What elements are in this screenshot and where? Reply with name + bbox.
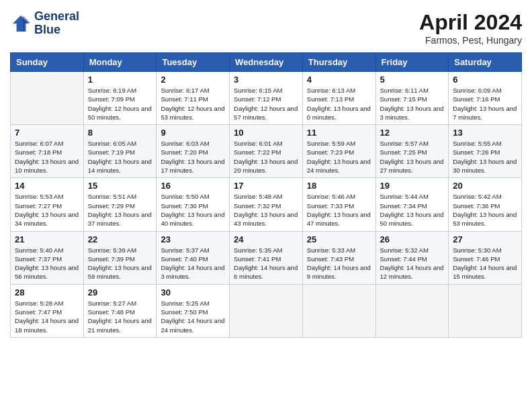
day-number: 25	[307, 234, 371, 244]
svg-marker-0	[13, 15, 29, 32]
day-info: Sunrise: 5:33 AMSunset: 7:43 PMDaylight:…	[307, 246, 371, 281]
calendar-subtitle: Farmos, Pest, Hungary	[419, 35, 522, 46]
logo-icon	[10, 13, 32, 34]
week-row: 28Sunrise: 5:28 AMSunset: 7:47 PMDayligh…	[11, 284, 522, 337]
day-info: Sunrise: 5:53 AMSunset: 7:27 PMDaylight:…	[15, 192, 79, 228]
calendar-cell: 8Sunrise: 6:05 AMSunset: 7:19 PMDaylight…	[83, 125, 157, 178]
header: General Blue April 2024 Farmos, Pest, Hu…	[10, 10, 522, 46]
weekday-header-row: SundayMondayTuesdayWednesdayThursdayFrid…	[11, 53, 522, 72]
weekday-header: Saturday	[449, 53, 522, 72]
day-number: 29	[88, 287, 152, 298]
day-number: 18	[307, 181, 371, 191]
calendar-cell: 17Sunrise: 5:48 AMSunset: 7:32 PMDayligh…	[230, 178, 303, 231]
day-info: Sunrise: 6:11 AMSunset: 7:15 PMDaylight:…	[380, 86, 445, 122]
calendar-cell: 25Sunrise: 5:33 AMSunset: 7:43 PMDayligh…	[302, 231, 375, 284]
day-info: Sunrise: 6:15 AMSunset: 7:12 PMDaylight:…	[234, 86, 298, 122]
calendar-cell: 6Sunrise: 6:09 AMSunset: 7:16 PMDaylight…	[449, 72, 522, 125]
weekday-header: Friday	[375, 53, 449, 72]
day-info: Sunrise: 5:27 AMSunset: 7:48 PMDaylight:…	[88, 299, 152, 334]
calendar-cell: 30Sunrise: 5:25 AMSunset: 7:50 PMDayligh…	[157, 284, 230, 337]
calendar-cell: 2Sunrise: 6:17 AMSunset: 7:11 PMDaylight…	[157, 72, 230, 125]
day-info: Sunrise: 5:42 AMSunset: 7:36 PMDaylight:…	[453, 192, 517, 228]
day-number: 8	[88, 128, 152, 138]
calendar-cell: 19Sunrise: 5:44 AMSunset: 7:34 PMDayligh…	[375, 178, 449, 231]
day-info: Sunrise: 5:32 AMSunset: 7:44 PMDaylight:…	[380, 246, 445, 281]
day-info: Sunrise: 6:05 AMSunset: 7:19 PMDaylight:…	[88, 139, 152, 175]
day-number: 17	[234, 181, 298, 191]
weekday-header: Wednesday	[230, 53, 303, 72]
day-info: Sunrise: 6:03 AMSunset: 7:20 PMDaylight:…	[161, 139, 225, 175]
day-number: 12	[380, 128, 445, 138]
day-number: 19	[380, 181, 445, 191]
day-number: 9	[161, 128, 225, 138]
day-info: Sunrise: 5:25 AMSunset: 7:50 PMDaylight:…	[161, 299, 225, 334]
week-row: 7Sunrise: 6:07 AMSunset: 7:18 PMDaylight…	[11, 125, 522, 178]
calendar-table: SundayMondayTuesdayWednesdayThursdayFrid…	[10, 52, 522, 338]
weekday-header: Thursday	[302, 53, 375, 72]
day-info: Sunrise: 5:37 AMSunset: 7:40 PMDaylight:…	[161, 246, 225, 281]
day-number: 4	[307, 75, 371, 85]
calendar-cell: 16Sunrise: 5:50 AMSunset: 7:30 PMDayligh…	[157, 178, 230, 231]
day-number: 14	[15, 181, 79, 191]
day-number: 21	[15, 234, 79, 244]
day-number: 26	[380, 234, 445, 244]
calendar-cell: 20Sunrise: 5:42 AMSunset: 7:36 PMDayligh…	[449, 178, 522, 231]
day-info: Sunrise: 5:48 AMSunset: 7:32 PMDaylight:…	[234, 192, 298, 228]
day-number: 27	[453, 234, 517, 244]
calendar-cell: 12Sunrise: 5:57 AMSunset: 7:25 PMDayligh…	[375, 125, 449, 178]
calendar-cell: 10Sunrise: 6:01 AMSunset: 7:22 PMDayligh…	[230, 125, 303, 178]
day-info: Sunrise: 5:44 AMSunset: 7:34 PMDaylight:…	[380, 192, 445, 228]
day-number: 20	[453, 181, 517, 191]
calendar-cell	[375, 284, 449, 337]
day-number: 23	[161, 234, 225, 244]
calendar-cell: 26Sunrise: 5:32 AMSunset: 7:44 PMDayligh…	[375, 231, 449, 284]
calendar-cell	[449, 284, 522, 337]
day-number: 6	[453, 75, 517, 85]
week-row: 21Sunrise: 5:40 AMSunset: 7:37 PMDayligh…	[11, 231, 522, 284]
day-number: 5	[380, 75, 445, 85]
title-area: April 2024 Farmos, Pest, Hungary	[419, 10, 522, 46]
day-info: Sunrise: 6:13 AMSunset: 7:13 PMDaylight:…	[307, 86, 371, 122]
calendar-cell: 9Sunrise: 6:03 AMSunset: 7:20 PMDaylight…	[157, 125, 230, 178]
day-number: 22	[88, 234, 152, 244]
logo: General Blue	[10, 10, 79, 37]
calendar-cell: 13Sunrise: 5:55 AMSunset: 7:26 PMDayligh…	[449, 125, 522, 178]
day-info: Sunrise: 6:01 AMSunset: 7:22 PMDaylight:…	[234, 139, 298, 175]
calendar-cell: 29Sunrise: 5:27 AMSunset: 7:48 PMDayligh…	[83, 284, 157, 337]
day-number: 28	[15, 287, 79, 298]
day-number: 13	[453, 128, 517, 138]
calendar-cell: 21Sunrise: 5:40 AMSunset: 7:37 PMDayligh…	[11, 231, 84, 284]
day-info: Sunrise: 6:07 AMSunset: 7:18 PMDaylight:…	[15, 139, 79, 175]
day-info: Sunrise: 5:51 AMSunset: 7:29 PMDaylight:…	[88, 192, 152, 228]
calendar-cell: 27Sunrise: 5:30 AMSunset: 7:46 PMDayligh…	[449, 231, 522, 284]
weekday-header: Sunday	[11, 53, 84, 72]
day-info: Sunrise: 5:55 AMSunset: 7:26 PMDaylight:…	[453, 139, 517, 175]
day-info: Sunrise: 5:46 AMSunset: 7:33 PMDaylight:…	[307, 192, 371, 228]
calendar-cell: 4Sunrise: 6:13 AMSunset: 7:13 PMDaylight…	[302, 72, 375, 125]
calendar-cell: 22Sunrise: 5:39 AMSunset: 7:39 PMDayligh…	[83, 231, 157, 284]
day-number: 11	[307, 128, 371, 138]
day-number: 10	[234, 128, 298, 138]
day-info: Sunrise: 5:57 AMSunset: 7:25 PMDaylight:…	[380, 139, 445, 175]
logo-line1: General	[34, 10, 79, 24]
calendar-cell: 28Sunrise: 5:28 AMSunset: 7:47 PMDayligh…	[11, 284, 84, 337]
day-info: Sunrise: 5:39 AMSunset: 7:39 PMDaylight:…	[88, 246, 152, 281]
weekday-header: Monday	[83, 53, 157, 72]
day-number: 2	[161, 75, 225, 85]
day-number: 16	[161, 181, 225, 191]
calendar-cell	[302, 284, 375, 337]
day-info: Sunrise: 6:09 AMSunset: 7:16 PMDaylight:…	[453, 86, 517, 122]
calendar-cell: 14Sunrise: 5:53 AMSunset: 7:27 PMDayligh…	[11, 178, 84, 231]
day-number: 7	[15, 128, 79, 138]
day-number: 15	[88, 181, 152, 191]
logo-line2: Blue	[34, 24, 79, 37]
calendar-cell	[230, 284, 303, 337]
calendar-cell: 5Sunrise: 6:11 AMSunset: 7:15 PMDaylight…	[375, 72, 449, 125]
day-number: 24	[234, 234, 298, 244]
day-info: Sunrise: 5:50 AMSunset: 7:30 PMDaylight:…	[161, 192, 225, 228]
day-info: Sunrise: 6:17 AMSunset: 7:11 PMDaylight:…	[161, 86, 225, 122]
calendar-cell: 23Sunrise: 5:37 AMSunset: 7:40 PMDayligh…	[157, 231, 230, 284]
day-number: 30	[161, 287, 225, 298]
calendar-cell: 7Sunrise: 6:07 AMSunset: 7:18 PMDaylight…	[11, 125, 84, 178]
day-info: Sunrise: 6:19 AMSunset: 7:09 PMDaylight:…	[88, 86, 152, 122]
